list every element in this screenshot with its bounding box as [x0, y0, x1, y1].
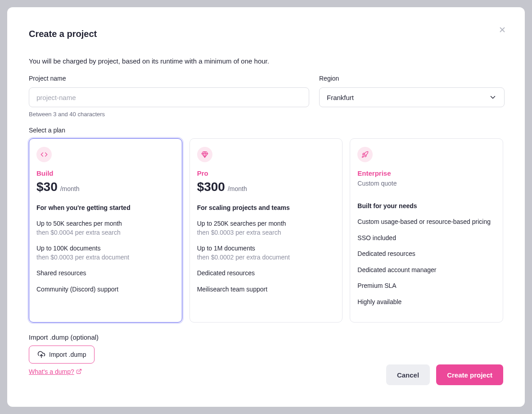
region-label: Region	[319, 75, 505, 82]
plan-feature-line1: Highly available	[357, 298, 496, 307]
plan-price-row: $30/month	[36, 180, 175, 194]
plan-feature: Dedicated account manager	[357, 266, 496, 275]
close-button[interactable]	[497, 24, 508, 35]
plan-feature-line1: Up to 50K searches per month	[36, 219, 175, 228]
plan-tagline: For when you're getting started	[36, 204, 175, 211]
plan-name: Pro	[197, 169, 335, 177]
plan-card-build[interactable]: Build$30/monthFor when you're getting st…	[29, 138, 182, 323]
plan-period: /month	[228, 185, 247, 192]
plan-feature-line2: then $0.0002 per extra document	[197, 253, 335, 262]
rocket-icon	[357, 147, 373, 162]
import-dump-button-label: Import .dump	[49, 351, 86, 358]
whats-a-dump-link[interactable]: What's a dump?	[29, 368, 82, 375]
import-section-label: Import .dump (optional)	[29, 333, 503, 341]
modal-title: Create a project	[29, 29, 503, 39]
plan-feature-line1: Shared resources	[36, 269, 175, 278]
plan-feature-line1: Up to 100K documents	[36, 244, 175, 253]
code-icon	[36, 147, 52, 162]
plan-feature-line1: SSO included	[357, 234, 496, 243]
create-project-modal: Create a project You will be charged by …	[7, 7, 525, 407]
plan-name: Build	[36, 169, 175, 177]
plan-feature: Premium SLA	[357, 282, 496, 291]
plan-tagline: Built for your needs	[357, 202, 496, 209]
plan-feature: Dedicated resources	[357, 250, 496, 259]
plan-feature-line1: Meilisearch team support	[197, 285, 335, 294]
import-dump-button[interactable]: Import .dump	[29, 346, 95, 364]
plan-feature: Shared resources	[36, 269, 175, 278]
plan-feature-line1: Custom usage-based or resource-based pri…	[357, 218, 496, 227]
plan-feature: Highly available	[357, 298, 496, 307]
region-select[interactable]: Frankfurt	[319, 87, 505, 107]
plan-feature: Up to 250K searches per monththen $0.000…	[197, 219, 335, 237]
plan-features: Up to 50K searches per monththen $0.0004…	[36, 219, 175, 294]
create-project-button[interactable]: Create project	[436, 364, 503, 385]
plan-price-row: $300/month	[197, 180, 335, 194]
plan-feature: Community (Discord) support	[36, 285, 175, 294]
plan-grid: Build$30/monthFor when you're getting st…	[29, 138, 503, 323]
plan-features: Up to 250K searches per monththen $0.000…	[197, 219, 335, 294]
plan-price: $300	[197, 180, 225, 194]
plan-feature-line2: then $0.0003 per extra document	[36, 253, 175, 262]
plan-feature-line1: Up to 250K searches per month	[197, 219, 335, 228]
plan-feature: Up to 1M documentsthen $0.0002 per extra…	[197, 244, 335, 262]
project-name-input[interactable]	[29, 87, 309, 107]
region-value: Frankfurt	[327, 94, 354, 101]
plan-feature-line1: Up to 1M documents	[197, 244, 335, 253]
plan-feature: Up to 50K searches per monththen $0.0004…	[36, 219, 175, 237]
plan-feature-line1: Premium SLA	[357, 282, 496, 291]
plan-feature-line1: Dedicated resources	[197, 269, 335, 278]
project-name-label: Project name	[29, 75, 309, 82]
plan-feature-line1: Dedicated account manager	[357, 266, 496, 275]
plan-period: /month	[60, 185, 80, 192]
plan-feature: Custom usage-based or resource-based pri…	[357, 218, 496, 227]
plan-feature-line1: Community (Discord) support	[36, 285, 175, 294]
cloud-upload-icon	[37, 350, 45, 359]
cancel-button[interactable]: Cancel	[386, 364, 430, 385]
whats-a-dump-label: What's a dump?	[29, 368, 74, 375]
premium-icon	[197, 147, 212, 162]
plan-tagline: For scaling projects and teams	[197, 204, 335, 211]
plan-quote: Custom quote	[357, 180, 496, 187]
plan-price: $30	[36, 180, 58, 194]
plan-feature: Dedicated resources	[197, 269, 335, 278]
plan-feature-line2: then $0.0003 per extra search	[197, 228, 335, 237]
modal-footer: Cancel Create project	[386, 364, 503, 385]
plan-feature-line1: Dedicated resources	[357, 250, 496, 259]
plan-feature: Meilisearch team support	[197, 285, 335, 294]
plan-feature: Up to 100K documentsthen $0.0003 per ext…	[36, 244, 175, 262]
close-icon	[498, 26, 506, 34]
chevron-down-icon	[489, 93, 497, 101]
plan-feature-line2: then $0.0004 per extra search	[36, 228, 175, 237]
plan-features: Custom usage-based or resource-based pri…	[357, 218, 496, 307]
modal-subtitle: You will be charged by project, based on…	[29, 57, 503, 65]
plan-section-label: Select a plan	[29, 127, 503, 134]
project-name-helper: Between 3 and 40 characters	[29, 111, 309, 118]
plan-card-enterprise[interactable]: EnterpriseCustom quoteBuilt for your nee…	[350, 138, 503, 323]
plan-name: Enterprise	[357, 169, 496, 177]
plan-feature: SSO included	[357, 234, 496, 243]
plan-card-pro[interactable]: Pro$300/monthFor scaling projects and te…	[189, 138, 343, 323]
external-link-icon	[76, 369, 82, 374]
svg-line-2	[78, 369, 81, 372]
